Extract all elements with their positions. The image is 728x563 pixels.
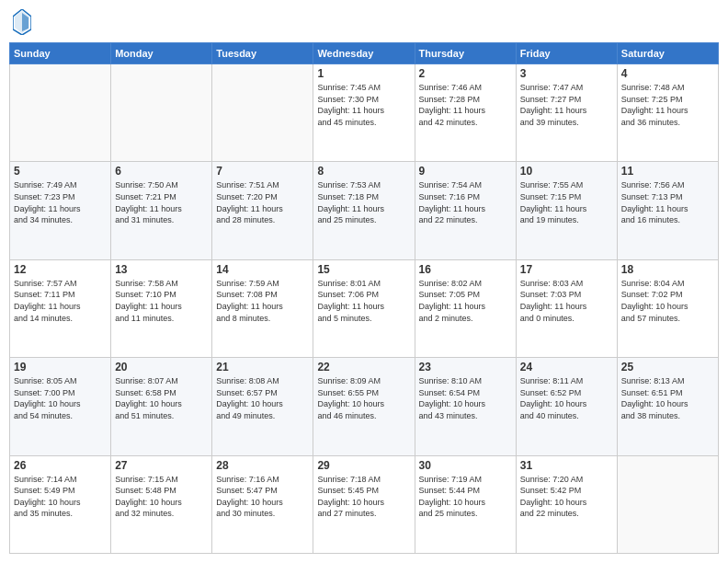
day-info: Sunrise: 7:45 AM Sunset: 7:30 PM Dayligh… (317, 82, 410, 128)
day-number: 8 (317, 165, 410, 178)
calendar-cell: 23Sunrise: 8:10 AM Sunset: 6:54 PM Dayli… (415, 358, 516, 455)
calendar-cell: 31Sunrise: 7:20 AM Sunset: 5:42 PM Dayli… (516, 455, 617, 553)
calendar-cell: 1Sunrise: 7:45 AM Sunset: 7:30 PM Daylig… (313, 64, 415, 162)
day-number: 19 (14, 361, 107, 373)
calendar-cell: 12Sunrise: 7:57 AM Sunset: 7:11 PM Dayli… (10, 259, 111, 357)
day-info: Sunrise: 7:57 AM Sunset: 7:11 PM Dayligh… (14, 278, 107, 324)
page: SundayMondayTuesdayWednesdayThursdayFrid… (0, 0, 728, 563)
day-info: Sunrise: 7:15 AM Sunset: 5:48 PM Dayligh… (115, 474, 208, 520)
calendar-cell: 8Sunrise: 7:53 AM Sunset: 7:18 PM Daylig… (313, 162, 415, 259)
day-number: 15 (317, 263, 410, 276)
weekday-header-wednesday: Wednesday (313, 43, 415, 64)
day-number: 16 (419, 263, 512, 276)
day-info: Sunrise: 8:09 AM Sunset: 6:55 PM Dayligh… (317, 375, 410, 421)
day-number: 9 (419, 165, 512, 178)
day-number: 13 (115, 263, 208, 276)
day-number: 5 (14, 165, 107, 178)
calendar-cell: 22Sunrise: 8:09 AM Sunset: 6:55 PM Dayli… (313, 358, 415, 455)
day-number: 10 (520, 165, 613, 178)
calendar-body: 1Sunrise: 7:45 AM Sunset: 7:30 PM Daylig… (10, 64, 719, 554)
calendar-cell: 18Sunrise: 8:04 AM Sunset: 7:02 PM Dayli… (617, 259, 718, 357)
day-number: 3 (520, 67, 613, 80)
logo (13, 9, 35, 35)
day-info: Sunrise: 7:50 AM Sunset: 7:21 PM Dayligh… (115, 179, 208, 225)
calendar-cell: 29Sunrise: 7:18 AM Sunset: 5:45 PM Dayli… (313, 455, 415, 553)
day-info: Sunrise: 8:03 AM Sunset: 7:03 PM Dayligh… (520, 278, 613, 324)
logo-icon (13, 9, 31, 35)
day-number: 4 (621, 67, 714, 80)
weekday-header-row: SundayMondayTuesdayWednesdayThursdayFrid… (10, 43, 719, 64)
day-number: 11 (621, 165, 714, 178)
day-number: 27 (115, 459, 208, 472)
day-info: Sunrise: 7:46 AM Sunset: 7:28 PM Dayligh… (419, 82, 512, 128)
calendar-week-1: 1Sunrise: 7:45 AM Sunset: 7:30 PM Daylig… (10, 64, 719, 162)
day-info: Sunrise: 7:58 AM Sunset: 7:10 PM Dayligh… (115, 278, 208, 324)
calendar-cell: 27Sunrise: 7:15 AM Sunset: 5:48 PM Dayli… (111, 455, 212, 553)
day-number: 24 (520, 361, 613, 373)
day-info: Sunrise: 8:04 AM Sunset: 7:02 PM Dayligh… (621, 278, 714, 324)
calendar-cell: 14Sunrise: 7:59 AM Sunset: 7:08 PM Dayli… (212, 259, 313, 357)
day-info: Sunrise: 7:20 AM Sunset: 5:42 PM Dayligh… (520, 474, 613, 520)
day-info: Sunrise: 7:55 AM Sunset: 7:15 PM Dayligh… (520, 179, 613, 225)
calendar-cell: 10Sunrise: 7:55 AM Sunset: 7:15 PM Dayli… (516, 162, 617, 259)
day-number: 20 (115, 361, 208, 373)
calendar-cell: 16Sunrise: 8:02 AM Sunset: 7:05 PM Dayli… (415, 259, 516, 357)
day-info: Sunrise: 7:19 AM Sunset: 5:44 PM Dayligh… (419, 474, 512, 520)
day-number: 7 (216, 165, 309, 178)
day-info: Sunrise: 8:02 AM Sunset: 7:05 PM Dayligh… (419, 278, 512, 324)
header (9, 9, 719, 35)
day-number: 18 (621, 263, 714, 276)
weekday-header-sunday: Sunday (10, 43, 111, 64)
calendar-cell: 30Sunrise: 7:19 AM Sunset: 5:44 PM Dayli… (415, 455, 516, 553)
calendar-cell: 24Sunrise: 8:11 AM Sunset: 6:52 PM Dayli… (516, 358, 617, 455)
calendar-cell: 11Sunrise: 7:56 AM Sunset: 7:13 PM Dayli… (617, 162, 718, 259)
calendar-cell: 7Sunrise: 7:51 AM Sunset: 7:20 PM Daylig… (212, 162, 313, 259)
weekday-header-monday: Monday (111, 43, 212, 64)
day-number: 12 (14, 263, 107, 276)
day-info: Sunrise: 7:51 AM Sunset: 7:20 PM Dayligh… (216, 179, 309, 225)
calendar-cell: 25Sunrise: 8:13 AM Sunset: 6:51 PM Dayli… (617, 358, 718, 455)
day-number: 23 (419, 361, 512, 373)
day-number: 1 (317, 67, 410, 80)
day-number: 21 (216, 361, 309, 373)
day-number: 26 (14, 459, 107, 472)
day-number: 6 (115, 165, 208, 178)
calendar-cell: 19Sunrise: 8:05 AM Sunset: 7:00 PM Dayli… (10, 358, 111, 455)
calendar-cell (111, 64, 212, 162)
calendar-cell: 17Sunrise: 8:03 AM Sunset: 7:03 PM Dayli… (516, 259, 617, 357)
day-info: Sunrise: 8:10 AM Sunset: 6:54 PM Dayligh… (419, 375, 512, 421)
calendar-cell (10, 64, 111, 162)
calendar-cell: 9Sunrise: 7:54 AM Sunset: 7:16 PM Daylig… (415, 162, 516, 259)
calendar-week-2: 5Sunrise: 7:49 AM Sunset: 7:23 PM Daylig… (10, 162, 719, 259)
day-info: Sunrise: 7:48 AM Sunset: 7:25 PM Dayligh… (621, 82, 714, 128)
calendar-cell: 21Sunrise: 8:08 AM Sunset: 6:57 PM Dayli… (212, 358, 313, 455)
calendar-cell (212, 64, 313, 162)
day-number: 29 (317, 459, 410, 472)
weekday-header-thursday: Thursday (415, 43, 516, 64)
day-number: 22 (317, 361, 410, 373)
calendar-cell: 5Sunrise: 7:49 AM Sunset: 7:23 PM Daylig… (10, 162, 111, 259)
day-info: Sunrise: 7:49 AM Sunset: 7:23 PM Dayligh… (14, 179, 107, 225)
day-info: Sunrise: 8:08 AM Sunset: 6:57 PM Dayligh… (216, 375, 309, 421)
calendar-cell: 2Sunrise: 7:46 AM Sunset: 7:28 PM Daylig… (415, 64, 516, 162)
calendar-cell: 28Sunrise: 7:16 AM Sunset: 5:47 PM Dayli… (212, 455, 313, 553)
day-info: Sunrise: 7:54 AM Sunset: 7:16 PM Dayligh… (419, 179, 512, 225)
calendar-cell (617, 455, 718, 553)
weekday-header-saturday: Saturday (617, 43, 718, 64)
day-info: Sunrise: 7:47 AM Sunset: 7:27 PM Dayligh… (520, 82, 613, 128)
day-number: 30 (419, 459, 512, 472)
day-number: 25 (621, 361, 714, 373)
calendar-cell: 6Sunrise: 7:50 AM Sunset: 7:21 PM Daylig… (111, 162, 212, 259)
calendar-week-5: 26Sunrise: 7:14 AM Sunset: 5:49 PM Dayli… (10, 455, 719, 553)
day-info: Sunrise: 7:56 AM Sunset: 7:13 PM Dayligh… (621, 179, 714, 225)
day-number: 14 (216, 263, 309, 276)
calendar-cell: 26Sunrise: 7:14 AM Sunset: 5:49 PM Dayli… (10, 455, 111, 553)
calendar-cell: 13Sunrise: 7:58 AM Sunset: 7:10 PM Dayli… (111, 259, 212, 357)
calendar-cell: 4Sunrise: 7:48 AM Sunset: 7:25 PM Daylig… (617, 64, 718, 162)
day-info: Sunrise: 7:14 AM Sunset: 5:49 PM Dayligh… (14, 474, 107, 520)
day-number: 28 (216, 459, 309, 472)
day-info: Sunrise: 7:18 AM Sunset: 5:45 PM Dayligh… (317, 474, 410, 520)
day-number: 31 (520, 459, 613, 472)
calendar-cell: 3Sunrise: 7:47 AM Sunset: 7:27 PM Daylig… (516, 64, 617, 162)
day-info: Sunrise: 7:59 AM Sunset: 7:08 PM Dayligh… (216, 278, 309, 324)
